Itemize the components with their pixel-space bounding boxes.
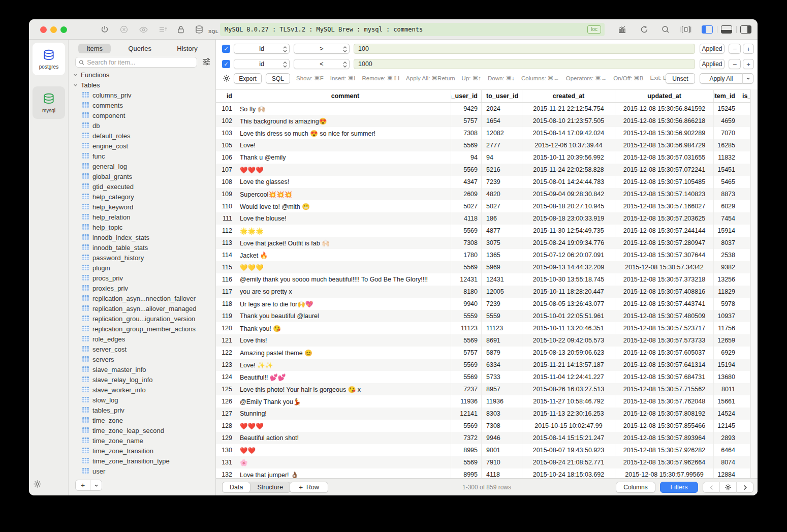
cell-id[interactable]: 101 — [216, 103, 235, 115]
cell-created_at[interactable]: 2015-08-13 20:59:06.623 — [522, 347, 615, 359]
table-row[interactable]: 117you are so pretty x8180120052015-10-1… — [216, 286, 750, 298]
cell-is_[interactable] — [739, 273, 750, 286]
cell-created_at[interactable]: 2015-08-24 21:08:52.771 — [522, 456, 615, 468]
cell-comment[interactable]: ❤️❤️ — [235, 444, 451, 456]
cell-updated_at[interactable]: 2015-12-08 15:30:57.523717 — [615, 322, 714, 334]
cell-created_at[interactable]: 2015-08-07 19:43:50.923 — [522, 444, 615, 456]
apply-all-button[interactable]: Apply All — [700, 73, 753, 84]
cell-item_id[interactable]: 15451 — [714, 164, 739, 176]
cell-from_user_id[interactable]: 8995 — [451, 468, 482, 478]
sidebar-table-item[interactable]: global_grants — [69, 171, 215, 181]
sidebar-table-item[interactable]: time_zone_leap_second — [69, 425, 215, 435]
table-row[interactable]: 106Thank u @emily94942015-10-11 20:39:56… — [216, 151, 750, 164]
cell-comment[interactable]: Love that jumper! 👌🏾 — [235, 468, 451, 478]
sidebar-table-item[interactable]: component — [69, 110, 215, 120]
sidebar-table-item[interactable]: servers — [69, 354, 215, 364]
cell-id[interactable]: 113 — [216, 237, 235, 249]
sidebar-table-item[interactable]: user — [69, 466, 215, 476]
cell-created_at[interactable]: 2015-09-04 09:28:30.842 — [522, 188, 615, 200]
cell-updated_at[interactable]: 2015-12-08 15:30:57.99569 — [615, 468, 714, 478]
table-row[interactable]: 131🌸556979102015-08-24 21:08:52.7712015-… — [216, 456, 750, 468]
cell-is_[interactable] — [739, 468, 750, 478]
cell-id[interactable]: 124 — [216, 371, 235, 383]
cell-from_user_id[interactable]: 12141 — [451, 408, 482, 420]
prev-page-button[interactable] — [703, 482, 719, 492]
filter-operator-select[interactable]: < — [294, 59, 350, 69]
table-row[interactable]: 122Amazing pastel theme 😊575758792015-08… — [216, 347, 750, 359]
sidebar-table-item[interactable]: time_zone_transition_type — [69, 456, 215, 466]
cell-updated_at[interactable]: 2015-12-08 15:30:57.605037 — [615, 347, 714, 359]
table-row[interactable]: 124Beautiful!! 💕💕556957332015-11-04 12:2… — [216, 371, 750, 383]
cell-is_[interactable] — [739, 334, 750, 347]
sidebar-table-item[interactable]: slave_relay_log_info — [69, 374, 215, 385]
cell-is_[interactable] — [739, 456, 750, 468]
cell-is_[interactable] — [739, 188, 750, 200]
cell-updated_at[interactable]: 2015-12-08 15:30:57.373218 — [615, 273, 714, 286]
cell-item_id[interactable]: 8037 — [714, 237, 739, 249]
remove-filter-button[interactable]: − — [729, 59, 741, 69]
column-header-item_id[interactable]: item_id — [714, 90, 739, 102]
cell-is_[interactable] — [739, 420, 750, 432]
section-functions[interactable]: Functions — [69, 70, 215, 80]
cell-comment[interactable]: This background is amazing😍 — [235, 115, 451, 127]
connection-postgres[interactable]: postgres — [33, 43, 65, 75]
cell-item_id[interactable]: 12145 — [714, 420, 739, 432]
cell-id[interactable]: 117 — [216, 286, 235, 298]
cell-id[interactable]: 116 — [216, 273, 235, 286]
cell-id[interactable]: 114 — [216, 249, 235, 261]
cell-from_user_id[interactable]: 5569 — [451, 139, 482, 151]
cell-created_at[interactable]: 2015-12-06 10:37:39.44 — [522, 139, 615, 151]
toggle-left-panel-icon[interactable] — [702, 25, 713, 34]
sidebar-table-item[interactable]: replication_grou...iguration_version — [69, 314, 215, 324]
cell-created_at[interactable]: 2015-08-24 19:09:34.776 — [522, 237, 615, 249]
cell-id[interactable]: 119 — [216, 310, 235, 322]
column-header-from_user_id[interactable]: from_user_id — [451, 90, 482, 102]
cell-comment[interactable]: 🌸 — [235, 456, 451, 468]
sidebar-table-item[interactable]: time_zone_name — [69, 435, 215, 446]
cell-item_id[interactable]: 13680 — [714, 371, 739, 383]
cell-id[interactable]: 122 — [216, 347, 235, 359]
cell-updated_at[interactable]: 2015-12-08 15:30:57.166027 — [615, 200, 714, 212]
cell-to_user_id[interactable]: 8957 — [482, 383, 522, 395]
cell-comment[interactable]: Thank you beautiful @laurel — [235, 310, 451, 322]
cell-item_id[interactable]: 12884 — [714, 468, 739, 478]
cell-from_user_id[interactable]: 5569 — [451, 225, 482, 237]
cell-updated_at[interactable]: 2015-12-08 15:30:57.480509 — [615, 310, 714, 322]
cell-from_user_id[interactable]: 2609 — [451, 188, 482, 200]
vertical-scrollbar[interactable] — [750, 89, 758, 478]
cell-item_id[interactable]: 5465 — [714, 176, 739, 188]
cell-to_user_id[interactable]: 12431 — [482, 273, 522, 286]
cell-item_id[interactable]: 10937 — [714, 310, 739, 322]
cell-created_at[interactable]: 2015-08-14 15:15:21.247 — [522, 432, 615, 444]
cell-to_user_id[interactable]: 94 — [482, 151, 522, 164]
cell-to_user_id[interactable]: 9946 — [482, 432, 522, 444]
cell-item_id[interactable]: 11832 — [714, 151, 739, 164]
cell-comment[interactable]: Amazing pastel theme 😊 — [235, 347, 451, 359]
sidebar-table-item[interactable]: engine_cost — [69, 141, 215, 151]
cell-is_[interactable] — [739, 103, 750, 115]
cell-from_user_id[interactable]: 7372 — [451, 432, 482, 444]
cell-to_user_id[interactable]: 3075 — [482, 237, 522, 249]
table-row[interactable]: 129Beautiful action shot!737299462015-08… — [216, 432, 750, 444]
cell-item_id[interactable]: 9382 — [714, 261, 739, 273]
cell-updated_at[interactable]: 2015-12-08 15:30:57.072241 — [615, 164, 714, 176]
cell-comment[interactable]: Jacket 🔥 — [235, 249, 451, 261]
cell-from_user_id[interactable]: 7308 — [451, 127, 482, 139]
sidebar-table-item[interactable]: server_cost — [69, 344, 215, 354]
cell-is_[interactable] — [739, 261, 750, 273]
cell-to_user_id[interactable]: 4877 — [482, 225, 522, 237]
cell-created_at[interactable]: 2015-10-11 18:28:20.447 — [522, 286, 615, 298]
cell-item_id[interactable]: 15914 — [714, 225, 739, 237]
cell-to_user_id[interactable]: 7910 — [482, 456, 522, 468]
cell-id[interactable]: 108 — [216, 176, 235, 188]
cell-to_user_id[interactable]: 7239 — [482, 298, 522, 310]
cell-id[interactable]: 102 — [216, 115, 235, 127]
cell-id[interactable]: 111 — [216, 212, 235, 225]
refresh-icon[interactable] — [639, 24, 650, 35]
sidebar-table-item[interactable]: help_topic — [69, 222, 215, 232]
cell-updated_at[interactable]: 2015-12-08 15:30:57.140823 — [615, 188, 714, 200]
cell-created_at[interactable]: 2015-11-24 22:02:58.828 — [522, 164, 615, 176]
table-row[interactable]: 127Stunning!1214183032015-11-13 22:30:16… — [216, 408, 750, 420]
cell-updated_at[interactable]: 2015-12-08 15:30:57.926282 — [615, 444, 714, 456]
table-row[interactable]: 111Love the blouse!41181862015-08-18 23:… — [216, 212, 750, 225]
